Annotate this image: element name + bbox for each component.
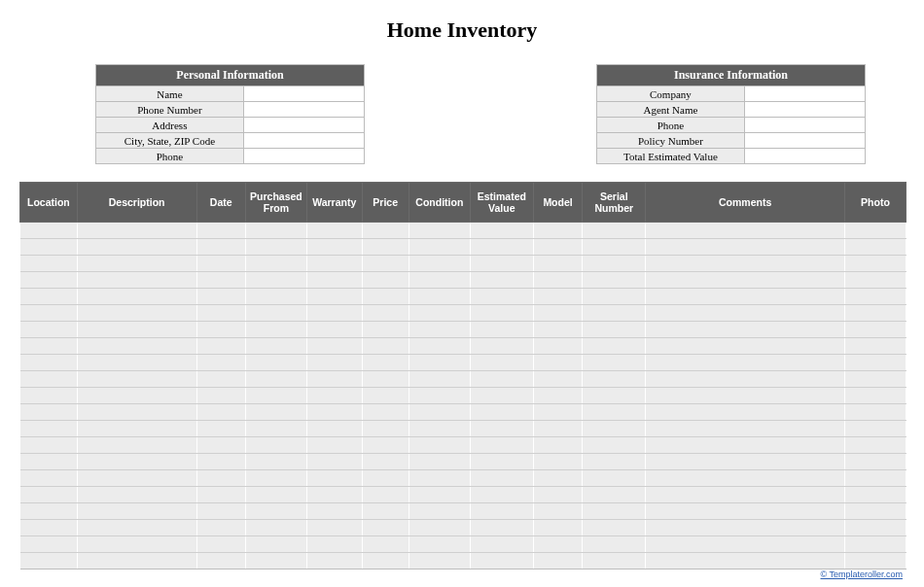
- inventory-cell[interactable]: [77, 487, 196, 503]
- inventory-cell[interactable]: [196, 388, 245, 404]
- inventory-cell[interactable]: [20, 520, 78, 536]
- inventory-cell[interactable]: [533, 322, 582, 338]
- inventory-cell[interactable]: [646, 520, 845, 536]
- inventory-cell[interactable]: [196, 256, 245, 272]
- inventory-cell[interactable]: [533, 454, 582, 470]
- inventory-cell[interactable]: [245, 520, 306, 536]
- inventory-cell[interactable]: [844, 338, 906, 355]
- inventory-cell[interactable]: [470, 289, 533, 305]
- inventory-cell[interactable]: [196, 239, 245, 256]
- inventory-cell[interactable]: [306, 388, 362, 404]
- personal-value[interactable]: [243, 133, 364, 149]
- inventory-cell[interactable]: [196, 371, 245, 388]
- inventory-cell[interactable]: [196, 421, 245, 437]
- inventory-cell[interactable]: [583, 355, 646, 371]
- inventory-cell[interactable]: [533, 520, 582, 536]
- inventory-cell[interactable]: [77, 437, 196, 454]
- inventory-cell[interactable]: [409, 536, 470, 553]
- inventory-cell[interactable]: [77, 239, 196, 256]
- inventory-cell[interactable]: [533, 503, 582, 520]
- inventory-cell[interactable]: [583, 404, 646, 421]
- inventory-cell[interactable]: [646, 355, 845, 371]
- inventory-cell[interactable]: [470, 437, 533, 454]
- inventory-cell[interactable]: [409, 322, 470, 338]
- inventory-cell[interactable]: [196, 305, 245, 322]
- inventory-cell[interactable]: [470, 454, 533, 470]
- inventory-cell[interactable]: [646, 371, 845, 388]
- inventory-cell[interactable]: [20, 289, 78, 305]
- inventory-cell[interactable]: [245, 553, 306, 570]
- inventory-cell[interactable]: [583, 223, 646, 239]
- inventory-cell[interactable]: [583, 239, 646, 256]
- inventory-cell[interactable]: [245, 487, 306, 503]
- inventory-cell[interactable]: [646, 256, 845, 272]
- inventory-cell[interactable]: [196, 404, 245, 421]
- inventory-cell[interactable]: [470, 470, 533, 487]
- inventory-cell[interactable]: [470, 305, 533, 322]
- inventory-cell[interactable]: [77, 520, 196, 536]
- inventory-cell[interactable]: [844, 239, 906, 256]
- inventory-cell[interactable]: [77, 553, 196, 570]
- inventory-cell[interactable]: [245, 239, 306, 256]
- inventory-cell[interactable]: [409, 289, 470, 305]
- inventory-cell[interactable]: [533, 437, 582, 454]
- inventory-cell[interactable]: [77, 272, 196, 289]
- inventory-cell[interactable]: [409, 256, 470, 272]
- inventory-cell[interactable]: [533, 256, 582, 272]
- inventory-cell[interactable]: [409, 338, 470, 355]
- inventory-cell[interactable]: [306, 470, 362, 487]
- inventory-cell[interactable]: [362, 421, 409, 437]
- inventory-cell[interactable]: [196, 454, 245, 470]
- inventory-cell[interactable]: [533, 371, 582, 388]
- inventory-cell[interactable]: [245, 470, 306, 487]
- inventory-cell[interactable]: [362, 223, 409, 239]
- inventory-cell[interactable]: [470, 487, 533, 503]
- inventory-cell[interactable]: [362, 404, 409, 421]
- inventory-cell[interactable]: [306, 338, 362, 355]
- inventory-cell[interactable]: [306, 553, 362, 570]
- inventory-cell[interactable]: [245, 503, 306, 520]
- inventory-cell[interactable]: [844, 437, 906, 454]
- inventory-cell[interactable]: [306, 487, 362, 503]
- inventory-cell[interactable]: [77, 223, 196, 239]
- inventory-cell[interactable]: [409, 520, 470, 536]
- inventory-cell[interactable]: [844, 503, 906, 520]
- inventory-cell[interactable]: [533, 404, 582, 421]
- inventory-cell[interactable]: [20, 338, 78, 355]
- inventory-cell[interactable]: [844, 454, 906, 470]
- inventory-cell[interactable]: [646, 437, 845, 454]
- inventory-cell[interactable]: [196, 470, 245, 487]
- inventory-cell[interactable]: [20, 437, 78, 454]
- inventory-cell[interactable]: [77, 305, 196, 322]
- inventory-cell[interactable]: [362, 536, 409, 553]
- inventory-cell[interactable]: [362, 470, 409, 487]
- inventory-cell[interactable]: [196, 503, 245, 520]
- inventory-cell[interactable]: [844, 322, 906, 338]
- inventory-cell[interactable]: [306, 239, 362, 256]
- inventory-cell[interactable]: [583, 437, 646, 454]
- inventory-cell[interactable]: [20, 553, 78, 570]
- inventory-cell[interactable]: [583, 388, 646, 404]
- inventory-cell[interactable]: [306, 421, 362, 437]
- inventory-cell[interactable]: [306, 437, 362, 454]
- inventory-cell[interactable]: [409, 239, 470, 256]
- inventory-cell[interactable]: [196, 223, 245, 239]
- inventory-cell[interactable]: [196, 437, 245, 454]
- inventory-cell[interactable]: [646, 338, 845, 355]
- inventory-cell[interactable]: [533, 536, 582, 553]
- inventory-cell[interactable]: [196, 520, 245, 536]
- inventory-cell[interactable]: [245, 272, 306, 289]
- inventory-cell[interactable]: [77, 322, 196, 338]
- inventory-cell[interactable]: [196, 536, 245, 553]
- inventory-cell[interactable]: [583, 454, 646, 470]
- inventory-cell[interactable]: [362, 487, 409, 503]
- inventory-cell[interactable]: [306, 289, 362, 305]
- inventory-cell[interactable]: [583, 305, 646, 322]
- inventory-cell[interactable]: [20, 371, 78, 388]
- inventory-cell[interactable]: [362, 289, 409, 305]
- inventory-cell[interactable]: [20, 487, 78, 503]
- inventory-cell[interactable]: [306, 272, 362, 289]
- inventory-cell[interactable]: [583, 553, 646, 570]
- inventory-cell[interactable]: [533, 553, 582, 570]
- inventory-cell[interactable]: [20, 470, 78, 487]
